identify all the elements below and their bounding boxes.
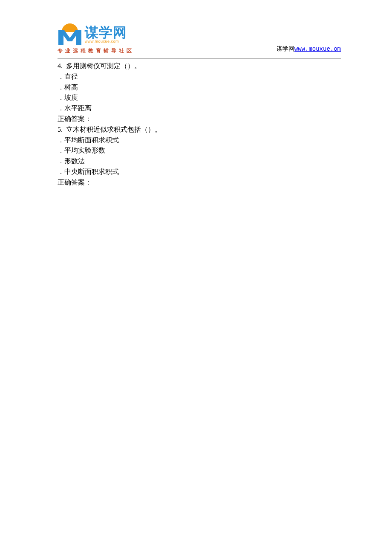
logo-url-text: www.mouxue.com [85, 39, 127, 43]
logo-m-shape [58, 29, 82, 46]
content-body: 4. 多用测树仪可测定（）。 ．直径 ．树高 ．坡度 ．水平距离 正确答案： 5… [58, 61, 341, 188]
question-number: 4. [58, 61, 63, 72]
question-text: 立木材积近似求积式包括（）。 [66, 126, 161, 133]
question-option: ．树高 [58, 82, 341, 93]
question-stem: 5. 立木材积近似求积式包括（）。 [58, 124, 341, 135]
header-divider [58, 58, 341, 58]
question-text: 多用测树仪可测定（）。 [66, 62, 141, 69]
question-option: ．中央断面积求积式 [58, 167, 341, 177]
header-right-label: 谋学网 [277, 46, 294, 52]
question-number: 5. [58, 124, 63, 135]
question-option: ．平均断面积求积式 [58, 135, 341, 146]
logo-tagline: 专业远程教育辅导社区 [58, 47, 134, 55]
page-container: 谋学网 www.mouxue.com 专业远程教育辅导社区 谋学网www.mou… [0, 0, 392, 188]
logo-row: 谋学网 www.mouxue.com [58, 23, 127, 46]
question-option: ．形数法 [58, 156, 341, 167]
header-right: 谋学网www.mouxue.om [277, 45, 341, 55]
logo-brand-text: 谋学网 [85, 26, 127, 39]
question-option: ．水平距离 [58, 103, 341, 114]
question-option: ．直径 [58, 72, 341, 82]
answer-label: 正确答案： [58, 114, 341, 124]
page-header: 谋学网 www.mouxue.com 专业远程教育辅导社区 谋学网www.mou… [58, 23, 341, 55]
answer-label: 正确答案： [58, 177, 341, 188]
logo-block: 谋学网 www.mouxue.com 专业远程教育辅导社区 [58, 23, 134, 55]
logo-text-group: 谋学网 www.mouxue.com [85, 26, 127, 43]
question-option: ．平均实验形数 [58, 145, 341, 156]
header-link[interactable]: www.mouxue.om [294, 46, 341, 52]
question-option: ．坡度 [58, 92, 341, 103]
logo-icon [58, 23, 82, 46]
question-stem: 4. 多用测树仪可测定（）。 [58, 61, 341, 72]
